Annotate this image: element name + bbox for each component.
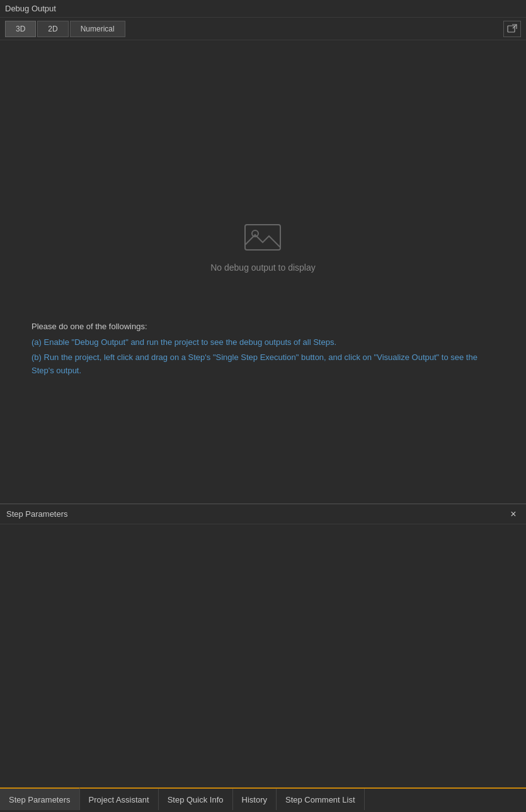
external-window-button[interactable]: [503, 21, 521, 37]
svg-rect-0: [508, 26, 515, 32]
step-parameters-content: [0, 524, 526, 787]
tab-step-quick-info[interactable]: Step Quick Info: [159, 789, 233, 810]
external-window-icon: [507, 24, 517, 34]
tab-step-parameters[interactable]: Step Parameters: [0, 787, 80, 810]
no-content-text: No debug output to display: [210, 262, 316, 273]
tab-history[interactable]: History: [233, 789, 277, 810]
no-content-container: No debug output to display: [210, 221, 316, 298]
tab-3d-button[interactable]: 3D: [5, 21, 36, 37]
step-parameters-title: Step Parameters: [6, 509, 68, 519]
debug-title: Debug Output: [5, 4, 56, 13]
no-content-icon: [244, 221, 282, 252]
instructions-title: Please do one of the followings:: [31, 322, 495, 331]
debug-content-area: No debug output to display Please do one…: [0, 40, 526, 504]
debug-toolbar: 3D 2D Numerical: [0, 18, 526, 40]
instruction-b: (b) Run the project, left click and drag…: [31, 351, 495, 378]
tab-numerical-button[interactable]: Numerical: [70, 21, 125, 37]
tab-project-assistant[interactable]: Project Assistant: [80, 789, 159, 810]
tab-step-comment-list[interactable]: Step Comment List: [277, 789, 365, 810]
tab-2d-button[interactable]: 2D: [37, 21, 68, 37]
close-step-parameters-button[interactable]: ×: [507, 508, 520, 521]
svg-rect-2: [245, 225, 280, 250]
debug-title-bar: Debug Output: [0, 0, 526, 18]
step-parameters-header: Step Parameters ×: [0, 504, 526, 524]
instruction-a: (a) Enable "Debug Output" and run the pr…: [31, 336, 495, 349]
instructions-block: Please do one of the followings: (a) Ena…: [31, 322, 495, 378]
step-parameters-section: Step Parameters ×: [0, 504, 526, 787]
bottom-tabs-bar: Step Parameters Project Assistant Step Q…: [0, 787, 526, 810]
svg-point-3: [252, 230, 258, 237]
debug-output-section: Debug Output 3D 2D Numerical No debug ou…: [0, 0, 526, 504]
